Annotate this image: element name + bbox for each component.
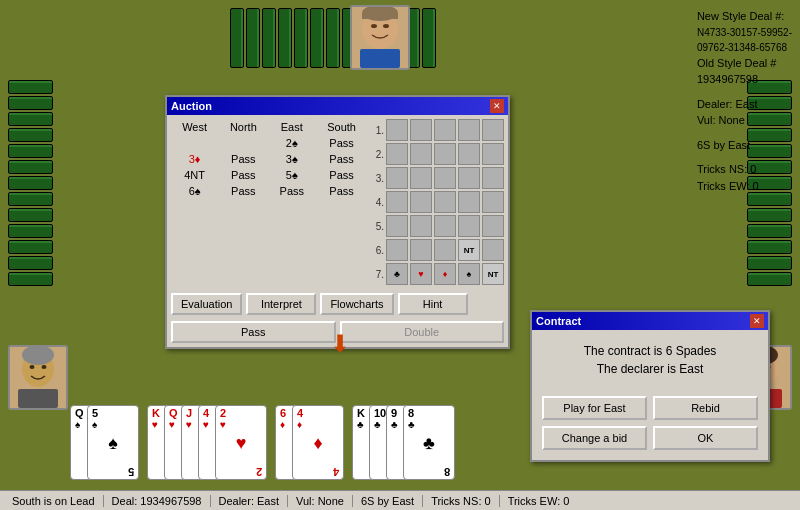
bid-n3: Pass xyxy=(218,167,268,183)
bid-s3: Pass xyxy=(315,167,368,183)
grid-cell-club[interactable]: ♣ xyxy=(386,263,408,285)
grid-num-3: 3. xyxy=(372,173,384,184)
grid-cell[interactable] xyxy=(482,143,504,165)
svg-point-2 xyxy=(383,24,389,28)
grid-cell-heart[interactable]: ♥ xyxy=(410,263,432,285)
grid-cell-nt7[interactable]: NT xyxy=(482,263,504,285)
north-card-back xyxy=(230,8,244,68)
grid-cell[interactable] xyxy=(434,239,456,261)
col-north: North xyxy=(218,119,268,135)
grid-cell[interactable] xyxy=(386,215,408,237)
svg-point-9 xyxy=(42,365,47,369)
bid-row-2: 3♦ Pass 3♠ Pass xyxy=(171,151,368,167)
grid-cell[interactable] xyxy=(410,239,432,261)
status-tricks-ns: Tricks NS: 0 xyxy=(423,495,500,507)
status-south-lead: South is on Lead xyxy=(4,495,104,507)
grid-cell-spade[interactable]: ♠ xyxy=(458,263,480,285)
grid-cell[interactable] xyxy=(482,239,504,261)
auction-close-button[interactable]: ✕ xyxy=(490,99,504,113)
grid-cell[interactable] xyxy=(482,215,504,237)
auction-title: Auction xyxy=(171,100,212,112)
grid-cell[interactable] xyxy=(410,167,432,189)
play-for-east-button[interactable]: Play for East xyxy=(542,396,647,420)
contract-info: 6S by East xyxy=(697,137,792,154)
flowcharts-button[interactable]: Flowcharts xyxy=(320,293,393,315)
new-style-deal2: 09762-31348-65768 xyxy=(697,40,792,55)
grid-cell[interactable] xyxy=(458,191,480,213)
north-card-back xyxy=(422,8,436,68)
old-style-label: Old Style Deal # xyxy=(697,55,792,72)
dealer-info: Dealer: East xyxy=(697,96,792,113)
card-four-diamonds[interactable]: 4 ♦ ♦ 4 xyxy=(292,405,344,480)
west-card-back xyxy=(8,272,53,286)
grid-cell[interactable] xyxy=(410,191,432,213)
west-card-back xyxy=(8,192,53,206)
grid-cell[interactable] xyxy=(386,239,408,261)
status-tricks-ew: Tricks EW: 0 xyxy=(500,495,578,507)
grid-cell[interactable] xyxy=(410,119,432,141)
contract-body: The contract is 6 Spades The declarer is… xyxy=(532,330,768,390)
hearts-group: K ♥ ♥ K Q ♥ ♥ J ♥ ♥ 4 ♥ ♥ 2 ♥ ♥ 2 xyxy=(147,405,267,480)
rebid-button[interactable]: Rebid xyxy=(653,396,758,420)
interpret-button[interactable]: Interpret xyxy=(246,293,316,315)
tricks-ew: Tricks EW: 0 xyxy=(697,178,792,195)
bid-e1: 2♠ xyxy=(268,135,315,151)
card-five-spades[interactable]: 5 ♠ ♠ 5 xyxy=(87,405,139,480)
west-card-back xyxy=(8,144,53,158)
grid-cell[interactable] xyxy=(386,119,408,141)
card-eight-clubs[interactable]: 8 ♣ ♣ 8 xyxy=(403,405,455,480)
grid-num-5: 5. xyxy=(372,221,384,232)
grid-cell[interactable] xyxy=(386,143,408,165)
grid-cell[interactable] xyxy=(458,167,480,189)
grid-cell[interactable] xyxy=(386,167,408,189)
grid-cell[interactable] xyxy=(434,143,456,165)
grid-num-1: 1. xyxy=(372,125,384,136)
bid-s4: Pass xyxy=(315,183,368,199)
grid-cell[interactable] xyxy=(434,119,456,141)
grid-cell[interactable] xyxy=(410,215,432,237)
north-card-back xyxy=(294,8,308,68)
card-two-hearts[interactable]: 2 ♥ ♥ 2 xyxy=(215,405,267,480)
grid-cell[interactable] xyxy=(482,191,504,213)
pass-button[interactable]: Pass xyxy=(171,321,336,343)
clubs-group: K ♣ ♣ K 10 ♣ ♣ 9 ♣ ♣ 8 ♣ ♣ 8 xyxy=(352,405,455,480)
north-avatar xyxy=(350,5,410,70)
bid-w1 xyxy=(171,135,218,151)
south-arrow: ⬇ xyxy=(330,330,350,358)
grid-cell[interactable] xyxy=(458,119,480,141)
east-card-back xyxy=(747,192,792,206)
tricks-ns: Tricks NS: 0 xyxy=(697,161,792,178)
west-cards xyxy=(8,80,53,286)
grid-cell[interactable] xyxy=(458,143,480,165)
grid-cell[interactable] xyxy=(434,167,456,189)
grid-row-6: 6. NT xyxy=(372,239,504,261)
col-west: West xyxy=(171,119,218,135)
grid-cell-diamond[interactable]: ♦ xyxy=(434,263,456,285)
grid-cell[interactable] xyxy=(434,191,456,213)
grid-cell[interactable] xyxy=(386,191,408,213)
grid-cell[interactable] xyxy=(482,119,504,141)
south-hand: Q ♠ ♠ Q 5 ♠ ♠ 5 K ♥ ♥ K Q ♥ ♥ J ♥ ♥ xyxy=(70,405,455,480)
change-bid-button[interactable]: Change a bid xyxy=(542,426,647,450)
west-card-back xyxy=(8,128,53,142)
north-card-back xyxy=(278,8,292,68)
double-button[interactable]: Double xyxy=(340,321,505,343)
grid-num-7: 7. xyxy=(372,269,384,280)
grid-cell[interactable] xyxy=(482,167,504,189)
status-deal: Deal: 1934967598 xyxy=(104,495,211,507)
grid-cell-nt[interactable]: NT xyxy=(458,239,480,261)
ok-button[interactable]: OK xyxy=(653,426,758,450)
contract-close-button[interactable]: ✕ xyxy=(750,314,764,328)
east-card-back xyxy=(747,224,792,238)
auction-dialog: Auction ✕ West North East South xyxy=(165,95,510,349)
grid-cell[interactable] xyxy=(458,215,480,237)
hint-button[interactable]: Hint xyxy=(398,293,468,315)
grid-row-4: 4. xyxy=(372,191,504,213)
grid-row-2: 2. xyxy=(372,143,504,165)
auction-content: West North East South 2♠ Pass 3♦ xyxy=(167,115,508,289)
evaluation-button[interactable]: Evaluation xyxy=(171,293,242,315)
east-card-back xyxy=(747,240,792,254)
west-avatar xyxy=(8,345,68,410)
grid-cell[interactable] xyxy=(410,143,432,165)
grid-cell[interactable] xyxy=(434,215,456,237)
